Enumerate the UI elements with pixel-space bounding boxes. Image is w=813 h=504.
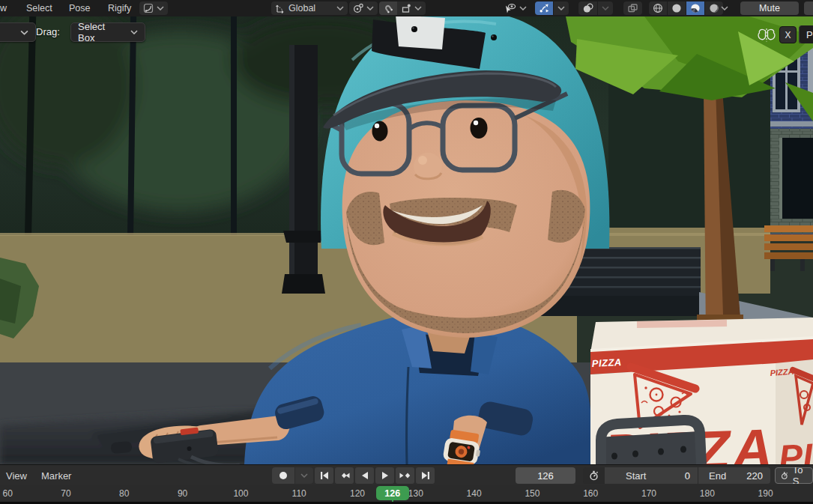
solid-sphere-icon (671, 3, 682, 13)
chevron-down-icon (557, 6, 565, 10)
mirror-butterfly-icon (757, 27, 776, 43)
chevron-down-icon (519, 6, 527, 10)
ruler-tick: 60 (3, 488, 13, 499)
gizmo-group (535, 1, 569, 15)
ruler-tick: 90 (178, 488, 187, 499)
clipped-right-button[interactable]: U (804, 1, 813, 15)
playback-controls (315, 467, 435, 484)
start-value: 0 (685, 470, 690, 482)
ruler-tick: 80 (119, 488, 129, 499)
xray-toggle[interactable] (623, 1, 642, 15)
snap-target-icon (401, 3, 411, 13)
timeline-menu-view[interactable]: View (6, 467, 27, 484)
chevron-down-icon (336, 6, 344, 10)
tweak-falloff-dropdown[interactable] (139, 1, 168, 15)
playhead-current-frame[interactable]: 126 (376, 486, 409, 500)
gizmo-dropdown[interactable] (554, 1, 569, 15)
clipped-tos-button[interactable]: To S (775, 467, 813, 484)
timeline-ruler[interactable]: 60708090100110120130140150160170180190 1… (0, 485, 813, 504)
play-button[interactable] (375, 467, 394, 484)
ruler-tick: 70 (61, 488, 70, 499)
menu-rigify[interactable]: Rigify (106, 1, 133, 15)
show-gizmo-toggle[interactable] (535, 1, 553, 15)
jump-to-start-button[interactable] (315, 467, 333, 484)
drag-label: Drag: (36, 26, 60, 37)
snap-settings-dropdown[interactable] (397, 1, 426, 15)
viewport-3d[interactable]: PIZZA PIZZA PIZZA PIZZA (0, 16, 813, 464)
use-preview-range-toggle[interactable] (583, 467, 604, 484)
mute-button[interactable]: Mute (740, 1, 799, 15)
auto-keying-dropdown[interactable] (295, 467, 313, 484)
chevron-down-icon (130, 30, 138, 34)
snapping-group (379, 1, 426, 15)
menu-view-clipped[interactable]: w (0, 1, 8, 15)
shading-mode-group (649, 1, 723, 15)
next-keyframe-button[interactable] (396, 467, 414, 484)
frame-range-group: Start 0 End 220 (583, 467, 770, 484)
prev-keyframe-icon (338, 470, 351, 482)
current-frame-field[interactable]: 126 (516, 467, 575, 484)
frame-end-field[interactable]: End 220 (698, 467, 770, 484)
chevron-down-icon (414, 6, 422, 10)
timeline-header: View Marker (0, 464, 813, 485)
play-icon (379, 470, 391, 482)
viewport-header: w Select Pose Rigify Global (0, 0, 813, 16)
chevron-down-icon (157, 6, 164, 10)
shading-wireframe-button[interactable] (649, 1, 667, 15)
clipped-tos-label: To S (793, 467, 807, 484)
play-reverse-button[interactable] (355, 467, 374, 484)
pivot-point-dropdown[interactable] (349, 1, 378, 15)
previous-keyframe-button[interactable] (335, 467, 354, 484)
ruler-tick: 180 (700, 488, 715, 499)
auto-keying-record-button[interactable] (272, 467, 294, 484)
clipped-panel-tab[interactable]: Po (799, 25, 813, 43)
shading-material-preview-button[interactable] (686, 1, 704, 15)
menu-pose[interactable]: Pose (67, 1, 92, 15)
select-box-dropdown[interactable]: Select Box (70, 22, 145, 42)
next-keyframe-icon (399, 470, 411, 482)
ruler-tick: 170 (641, 488, 656, 499)
play-reverse-icon (359, 470, 371, 482)
show-overlays-toggle[interactable] (578, 1, 597, 15)
frame-start-field[interactable]: Start 0 (604, 467, 698, 484)
snap-toggle[interactable] (379, 1, 397, 15)
select-box-value: Select Box (78, 21, 124, 43)
pizza-box: PIZZA PIZZA PIZZA PIZZA (590, 315, 813, 464)
jump-start-icon (318, 470, 330, 482)
ruler-tick: 190 (758, 488, 773, 499)
ruler-tick: 160 (583, 488, 598, 499)
clipped-panel-label: Po (806, 29, 813, 40)
shading-solid-button[interactable] (668, 1, 686, 15)
chevron-down-icon (20, 30, 28, 35)
pivot-point-icon (353, 3, 363, 13)
xray-icon (627, 3, 638, 13)
timeline-menu-marker[interactable]: Marker (41, 467, 71, 484)
magnet-icon (383, 3, 393, 13)
shading-dropdown[interactable] (721, 1, 728, 15)
ruler-tick: 110 (292, 488, 306, 499)
stopwatch-icon (589, 470, 599, 481)
transform-orientation-dropdown[interactable]: Global (271, 1, 348, 15)
orientation-value: Global (288, 3, 315, 13)
jump-end-icon (420, 470, 432, 482)
chevron-down-icon (300, 473, 308, 478)
overlays-dropdown[interactable] (598, 1, 613, 15)
view-object-types-dropdown[interactable] (501, 1, 531, 15)
ruler-tick: 130 (408, 488, 423, 499)
pizza-brand-stripe: PIZZA (591, 356, 622, 369)
jump-to-end-button[interactable] (416, 467, 435, 484)
menu-select[interactable]: Select (25, 1, 54, 15)
blender-window: w Select Pose Rigify Global (0, 0, 813, 504)
falloff-curve-icon (143, 3, 154, 13)
end-value: 220 (746, 470, 763, 482)
chevron-down-icon (366, 6, 374, 10)
active-tool-dropdown-clipped[interactable] (0, 22, 36, 42)
visibility-cursor-eye-icon (504, 3, 516, 14)
clipped-panel-wrap: Po (799, 25, 813, 43)
stopwatch-icon (781, 470, 788, 481)
auto-keying-group (272, 467, 313, 484)
right-eye (471, 118, 488, 139)
mirror-x-toggle[interactable]: X (779, 26, 797, 43)
record-circle-icon (279, 471, 288, 480)
chevron-down-icon (602, 6, 609, 10)
